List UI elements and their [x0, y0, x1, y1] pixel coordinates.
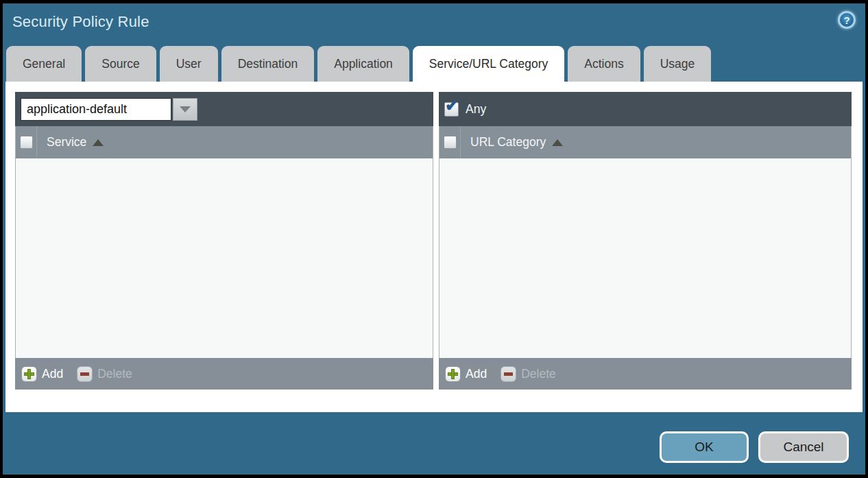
plus-icon	[445, 366, 461, 382]
delete-service-button[interactable]: Delete	[77, 366, 132, 382]
url-category-column-header: URL Category	[439, 126, 852, 158]
service-type-input[interactable]	[21, 98, 171, 121]
sort-ascending-icon	[93, 139, 104, 146]
any-checkbox[interactable]: ✔	[444, 102, 459, 117]
service-select-all-cell	[16, 126, 37, 158]
tab-bar: General Source User Destination Applicat…	[6, 46, 862, 82]
plus-icon	[21, 366, 37, 382]
service-type-dropdown-button[interactable]	[173, 98, 197, 121]
add-url-category-button[interactable]: Add	[445, 366, 487, 382]
url-category-actions-bar: Add Delete	[439, 358, 852, 390]
tab-usage[interactable]: Usage	[644, 46, 712, 82]
tab-application[interactable]: Application	[317, 46, 409, 82]
service-panel: Service Add Delete	[15, 92, 433, 390]
url-select-all-checkbox[interactable]	[444, 136, 457, 149]
tab-source[interactable]: Source	[85, 46, 156, 82]
url-category-list	[439, 158, 852, 358]
service-actions-bar: Add Delete	[15, 358, 433, 390]
security-policy-rule-dialog: Security Policy Rule ? General Source Us…	[3, 3, 865, 475]
dialog-title: Security Policy Rule	[12, 13, 149, 31]
url-any-toolbar: ✔ Any	[439, 92, 852, 126]
tab-user[interactable]: User	[160, 46, 218, 82]
tab-destination[interactable]: Destination	[221, 46, 315, 82]
minus-icon	[501, 366, 516, 382]
chevron-down-icon	[180, 106, 191, 112]
service-select-all-checkbox[interactable]	[20, 136, 33, 149]
tab-service-url-category[interactable]: Service/URL Category	[413, 46, 564, 82]
sort-ascending-icon	[552, 139, 563, 146]
any-label: Any	[466, 102, 486, 117]
service-list	[15, 158, 433, 358]
check-icon: ✔	[445, 97, 459, 114]
minus-icon	[77, 366, 93, 382]
service-toolbar	[15, 92, 433, 126]
service-type-dropdown[interactable]	[21, 98, 197, 121]
service-column-header: Service	[15, 126, 433, 158]
url-select-all-cell	[439, 126, 461, 158]
cancel-button[interactable]: Cancel	[758, 431, 849, 463]
url-category-panel: ✔ Any URL Category Add	[439, 92, 852, 390]
ok-button[interactable]: OK	[660, 431, 749, 463]
add-service-button[interactable]: Add	[21, 366, 63, 382]
help-icon[interactable]: ?	[838, 11, 856, 29]
delete-url-category-button[interactable]: Delete	[501, 366, 556, 382]
tab-general[interactable]: General	[6, 46, 82, 82]
question-mark-glyph: ?	[843, 15, 849, 25]
tab-actions[interactable]: Actions	[568, 46, 640, 82]
url-category-column-label[interactable]: URL Category	[470, 135, 563, 150]
tab-content-area: Service Add Delete ✔	[5, 82, 863, 412]
service-column-label[interactable]: Service	[47, 135, 104, 150]
